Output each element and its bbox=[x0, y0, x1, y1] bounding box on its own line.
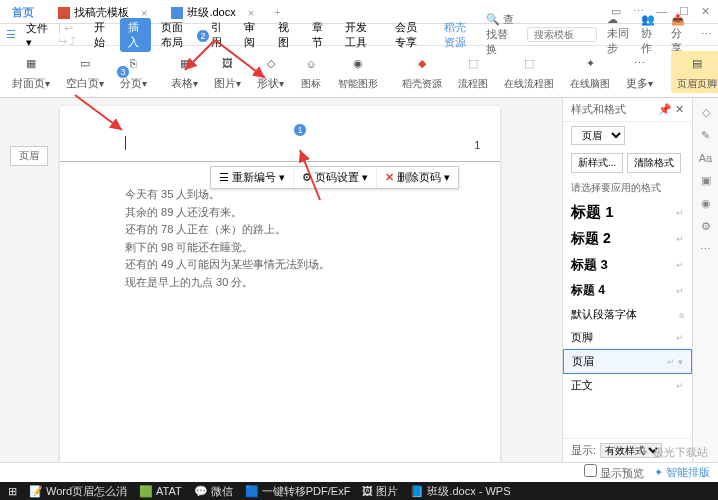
clear-format-button[interactable]: 清除格式 bbox=[627, 153, 681, 173]
menu-section[interactable]: 章节 bbox=[304, 18, 336, 52]
right-rail: ◇ ✎ Aa ▣ ◉ ⚙ ⋯ bbox=[692, 98, 718, 462]
tool-smartart[interactable]: ◉智能图形 bbox=[332, 51, 384, 93]
menu-insert[interactable]: 插入 bbox=[120, 18, 152, 52]
app-menu-icon[interactable]: ☰ bbox=[6, 28, 16, 41]
more-icon[interactable]: ⋯ bbox=[701, 28, 712, 41]
rail-icon[interactable]: Aa bbox=[699, 152, 712, 164]
taskbar-item[interactable]: 📘 班级.docx - WPS bbox=[410, 484, 510, 499]
tool-online-flow[interactable]: ⬚在线流程图 bbox=[498, 51, 560, 93]
tool-icon[interactable]: ☺图标 bbox=[294, 51, 328, 93]
style-item[interactable]: 标题 1↵ bbox=[563, 199, 692, 226]
menu-dev[interactable]: 开发工具 bbox=[337, 18, 384, 52]
ribbon-toolbar: ▦封面页▾ ▭空白页▾ ⎘分页▾ ▦表格▾ 🖼图片▾ ◇形状▾ ☺图标 ◉智能图… bbox=[0, 46, 718, 98]
panel-title: 样式和格式 bbox=[571, 102, 626, 117]
style-item[interactable]: 默认段落字体a bbox=[563, 303, 692, 326]
rail-icon[interactable]: ⚙ bbox=[701, 220, 711, 233]
workspace: 页眉 1 ☰ 重新编号 ▾ ⚙ 页码设置 ▾ ✕ 删除页码 ▾ 今天有 35 人… bbox=[0, 98, 718, 462]
page-number: 1 bbox=[474, 140, 480, 151]
menu-start[interactable]: 开始 bbox=[86, 18, 118, 52]
tool-shape[interactable]: ◇形状▾ bbox=[251, 50, 290, 93]
text-cursor bbox=[125, 136, 126, 150]
menubar: ☰ 文件 ▾ | ↩ ↪ ⤴ 开始 插入 页面布局 引用 审阅 视图 章节 开发… bbox=[0, 24, 718, 46]
header-label: 页眉 bbox=[10, 146, 48, 166]
close-icon[interactable]: × bbox=[141, 7, 147, 19]
watermark: ✦ 极光下载站 bbox=[640, 445, 708, 460]
menu-docer[interactable]: 稻壳资源 bbox=[436, 18, 483, 52]
tool-more[interactable]: ⋯更多▾ bbox=[620, 50, 659, 93]
styles-panel: 样式和格式 📌 ✕ 页眉 新样式... 清除格式 请选择要应用的格式 标题 1↵… bbox=[562, 98, 692, 462]
tool-docer[interactable]: ◆稻壳资源 bbox=[396, 51, 448, 93]
body-text: 今天有 35 人到场。 其余的 89 人还没有来。 还有的 78 人正在（来）的… bbox=[125, 186, 330, 292]
pin-icon[interactable]: 📌 bbox=[658, 103, 672, 115]
rail-icon[interactable]: ✎ bbox=[701, 129, 710, 142]
annotation-badge-2: 2 bbox=[196, 29, 210, 43]
page-settings-button[interactable]: ⚙ 页码设置 ▾ bbox=[294, 167, 377, 188]
tool-header-footer[interactable]: ▤页眉页脚 bbox=[671, 51, 718, 93]
close-icon[interactable]: ✕ bbox=[675, 103, 684, 115]
statusbar: 显示预览 ✦ 智能排版 bbox=[0, 462, 718, 482]
search-input[interactable] bbox=[527, 27, 597, 42]
style-item[interactable]: 标题 2↵ bbox=[563, 226, 692, 252]
rail-icon[interactable]: ⋯ bbox=[700, 243, 711, 256]
menu-review[interactable]: 审阅 bbox=[236, 18, 268, 52]
renumber-button[interactable]: ☰ 重新编号 ▾ bbox=[211, 167, 294, 188]
taskbar-item[interactable]: 🟦 一键转移PDF/ExF bbox=[245, 484, 351, 499]
rail-icon[interactable]: ◇ bbox=[702, 106, 710, 119]
styles-hint: 请选择要应用的格式 bbox=[563, 177, 692, 199]
annotation-badge-3: 3 bbox=[116, 65, 130, 79]
document-area[interactable]: 页眉 1 ☰ 重新编号 ▾ ⚙ 页码设置 ▾ ✕ 删除页码 ▾ 今天有 35 人… bbox=[0, 98, 562, 462]
start-icon[interactable]: ⊞ bbox=[8, 485, 17, 498]
delete-pagenum-button[interactable]: ✕ 删除页码 ▾ bbox=[377, 167, 458, 188]
style-item[interactable]: 页脚↵ bbox=[563, 326, 692, 349]
style-item[interactable]: 正文↵ bbox=[563, 374, 692, 397]
menu-view[interactable]: 视图 bbox=[270, 18, 302, 52]
new-tab-button[interactable]: + bbox=[266, 6, 288, 18]
header-zone[interactable]: 页眉 1 bbox=[60, 106, 500, 162]
show-preview-toggle[interactable]: 显示预览 bbox=[584, 464, 644, 481]
tool-table[interactable]: ▦表格▾ bbox=[165, 50, 204, 93]
menu-layout[interactable]: 页面布局 bbox=[153, 18, 200, 52]
taskbar: ⊞ 📝 Word页眉怎么消 🟩 ATAT 💬 微信 🟦 一键转移PDF/ExF … bbox=[0, 482, 718, 500]
style-item[interactable]: 标题 4↵ bbox=[563, 278, 692, 303]
smart-layout-button[interactable]: ✦ 智能排版 bbox=[654, 465, 710, 480]
tool-blank[interactable]: ▭空白页▾ bbox=[60, 50, 110, 93]
taskbar-item[interactable]: 💬 微信 bbox=[194, 484, 233, 499]
style-item[interactable]: 标题 3↵ bbox=[563, 252, 692, 278]
taskbar-item[interactable]: 🖼 图片 bbox=[362, 484, 398, 499]
close-icon[interactable]: × bbox=[248, 7, 254, 19]
taskbar-item[interactable]: 🟩 ATAT bbox=[139, 485, 182, 498]
taskbar-item[interactable]: 📝 Word页眉怎么消 bbox=[29, 484, 127, 499]
doc-icon bbox=[171, 7, 183, 19]
tool-mindmap[interactable]: ✦在线脑图 bbox=[564, 51, 616, 93]
page[interactable]: 页眉 1 ☰ 重新编号 ▾ ⚙ 页码设置 ▾ ✕ 删除页码 ▾ 今天有 35 人… bbox=[60, 106, 500, 462]
annotation-badge-1: 1 bbox=[293, 123, 307, 137]
style-item-selected[interactable]: 页眉↵ ▾ bbox=[563, 349, 692, 374]
rail-icon[interactable]: ▣ bbox=[701, 174, 711, 187]
styles-list: 标题 1↵ 标题 2↵ 标题 3↵ 标题 4↵ 默认段落字体a 页脚↵ 页眉↵ … bbox=[563, 199, 692, 438]
menu-vip[interactable]: 会员专享 bbox=[387, 18, 434, 52]
file-menu[interactable]: 文件 ▾ bbox=[18, 19, 56, 51]
style-preset-select[interactable]: 页眉 bbox=[571, 126, 625, 145]
share-button[interactable]: 📤 分享 bbox=[671, 13, 691, 56]
tool-cover[interactable]: ▦封面页▾ bbox=[6, 50, 56, 93]
tool-flow[interactable]: ⬚流程图 bbox=[452, 51, 494, 93]
doc-icon bbox=[58, 7, 70, 19]
tool-image[interactable]: 🖼图片▾ bbox=[208, 50, 247, 93]
rail-icon[interactable]: ◉ bbox=[701, 197, 711, 210]
new-style-button[interactable]: 新样式... bbox=[571, 153, 623, 173]
